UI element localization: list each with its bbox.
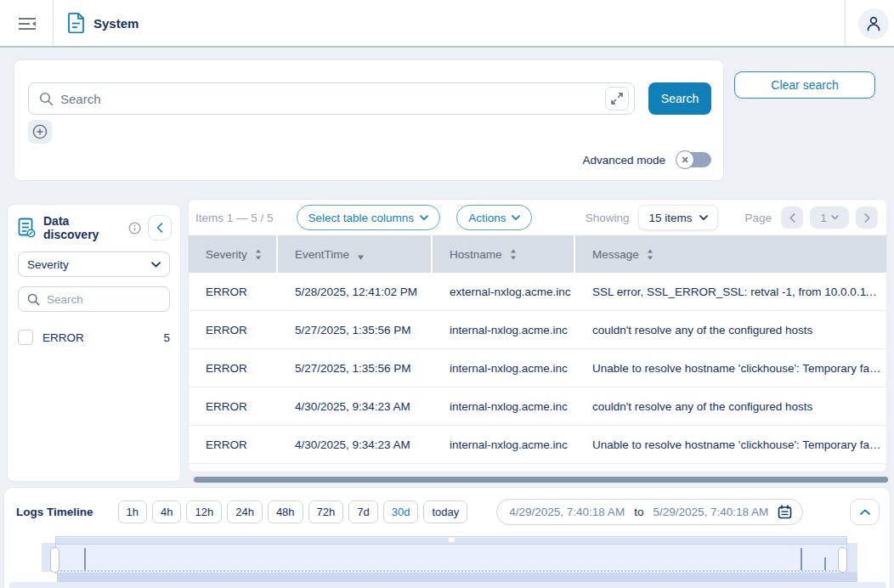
cell-eventtime: 5/27/2025, 1:35:56 PM: [278, 324, 433, 336]
table-row[interactable]: ERROR 5/27/2025, 1:35:56 PM internal-nxl…: [189, 311, 886, 349]
table-row[interactable]: ERROR 4/30/2025, 9:34:23 AM internal-nxl…: [189, 426, 886, 464]
time-range-buttons: 1h 4h 12h 24h 48h 72h 7d 30d today: [118, 500, 468, 523]
actions-button[interactable]: Actions: [456, 205, 532, 230]
topbar-divider: [53, 0, 54, 46]
page-number-value: 1: [820, 212, 826, 224]
clear-search-button[interactable]: Clear search: [734, 71, 875, 99]
chevron-left-icon: [789, 213, 795, 223]
collapse-panel-button[interactable]: [148, 215, 172, 240]
page-label: Page: [744, 212, 772, 224]
chevron-right-icon: [864, 213, 870, 223]
range-button-7d[interactable]: 7d: [348, 500, 377, 523]
timeline-scrollbar[interactable]: [9, 582, 886, 588]
select-columns-button[interactable]: Select table columns: [297, 205, 441, 230]
page-number-select[interactable]: 1: [810, 206, 849, 229]
sort-icon: [510, 249, 517, 260]
search-button[interactable]: Search: [648, 82, 711, 115]
add-filter-button[interactable]: [28, 120, 52, 144]
timeline-brush[interactable]: [42, 536, 857, 585]
range-separator: to: [634, 506, 643, 518]
facet-label: ERROR: [42, 331, 84, 344]
calendar-icon: [778, 505, 792, 519]
range-button-24h[interactable]: 24h: [227, 500, 263, 523]
cell-eventtime: 5/28/2025, 12:41:02 PM: [278, 286, 433, 298]
next-page-button[interactable]: [856, 206, 878, 229]
timeline-title: Logs Timeline: [16, 506, 93, 518]
column-label: EventTime: [295, 248, 349, 261]
sort-icon: [647, 249, 654, 260]
page-size-value: 15 items: [648, 212, 692, 224]
data-discovery-icon: [18, 218, 37, 238]
sort-desc-icon: [357, 255, 365, 260]
cell-severity: ERROR: [189, 324, 278, 336]
chevron-down-icon: [512, 215, 520, 221]
range-button-30d[interactable]: 30d: [383, 500, 419, 523]
facet-item-error[interactable]: ERROR 5: [18, 330, 170, 345]
timeline-spike: [84, 548, 86, 570]
facet-checkbox[interactable]: [18, 330, 33, 345]
brush-selection[interactable]: [55, 536, 847, 574]
column-label: Message: [592, 248, 639, 261]
search-icon: [39, 92, 54, 106]
range-start-date: 4/29/2025, 7:40:18 AM: [509, 506, 625, 518]
logs-timeline-panel: Logs Timeline 1h 4h 12h 24h 48h 72h 7d 3…: [3, 487, 891, 588]
chevron-down-icon: [699, 215, 708, 221]
plus-circle-icon: [32, 124, 48, 139]
expand-search-button[interactable]: [605, 87, 629, 110]
table-toolbar: Items 1 — 5 / 5 Select table columns Act…: [189, 200, 886, 235]
search-icon: [27, 293, 40, 306]
cell-hostname: internal-nxlog.acme.inc: [433, 438, 575, 451]
horizontal-scrollbar[interactable]: [194, 477, 888, 483]
table-row[interactable]: ERROR 5/28/2025, 12:41:02 PM external-nx…: [189, 273, 886, 311]
range-button-1h[interactable]: 1h: [118, 500, 147, 523]
column-header-eventtime[interactable]: EventTime: [278, 235, 433, 273]
info-icon[interactable]: [128, 222, 141, 235]
range-end-date: 5/29/2025, 7:40:18 AM: [653, 506, 768, 518]
brush-drag-bar[interactable]: [56, 538, 846, 545]
brush-handle-left[interactable]: [50, 547, 59, 573]
advanced-mode-toggle[interactable]: ✕: [676, 150, 711, 169]
drag-grip-icon: [449, 538, 455, 542]
table-header-row: Severity EventTime Hostname Message: [189, 235, 886, 273]
cell-severity: ERROR: [189, 438, 278, 451]
pagination-controls: Showing 15 items Page 1: [586, 205, 878, 230]
chevron-down-icon: [420, 215, 428, 221]
data-discovery-header: Data discovery: [8, 205, 180, 250]
cell-message: couldn't resolve any of the configured h…: [575, 400, 886, 413]
chevron-left-icon: [156, 223, 163, 233]
column-header-hostname[interactable]: Hostname: [433, 235, 575, 273]
search-input[interactable]: [60, 92, 598, 106]
column-header-message[interactable]: Message: [575, 235, 886, 273]
data-discovery-panel: Data discovery Severity: [7, 204, 181, 482]
table-row[interactable]: ERROR 5/27/2025, 1:35:56 PM internal-nxl…: [189, 349, 886, 387]
cell-eventtime: 4/30/2025, 9:34:23 AM: [278, 400, 433, 413]
items-count-label: Items 1 — 5 / 5: [195, 212, 274, 224]
table-row[interactable]: ERROR 4/30/2025, 9:34:23 AM internal-nxl…: [189, 387, 886, 426]
prev-page-button[interactable]: [781, 206, 803, 229]
toggle-off-icon: ✕: [676, 150, 694, 169]
top-bar: System: [0, 0, 894, 48]
select-columns-label: Select table columns: [308, 212, 415, 224]
range-button-4h[interactable]: 4h: [152, 500, 181, 523]
user-menu-button[interactable]: [858, 8, 889, 39]
actions-label: Actions: [468, 212, 506, 224]
range-button-12h[interactable]: 12h: [186, 500, 222, 523]
collapse-timeline-button[interactable]: [850, 499, 880, 525]
date-range-picker[interactable]: 4/29/2025, 7:40:18 AM to 5/29/2025, 7:40…: [496, 499, 803, 525]
sort-icon: [255, 249, 262, 260]
field-selector[interactable]: Severity: [18, 252, 170, 277]
brush-handle-right[interactable]: [838, 547, 847, 573]
column-header-severity[interactable]: Severity: [189, 235, 278, 273]
range-button-72h[interactable]: 72h: [308, 500, 344, 523]
range-button-today[interactable]: today: [423, 500, 467, 523]
search-box: [28, 82, 635, 115]
facet-search-input[interactable]: [47, 293, 161, 306]
cell-severity: ERROR: [189, 400, 278, 413]
advanced-mode-row: Advanced mode ✕: [582, 150, 711, 169]
facet-count: 5: [163, 331, 170, 344]
page-size-select[interactable]: 15 items: [638, 205, 718, 230]
range-button-48h[interactable]: 48h: [268, 500, 303, 523]
collapse-menu-icon[interactable]: [14, 11, 41, 37]
cell-hostname: internal-nxlog.acme.inc: [433, 324, 575, 336]
user-icon: [865, 15, 882, 32]
